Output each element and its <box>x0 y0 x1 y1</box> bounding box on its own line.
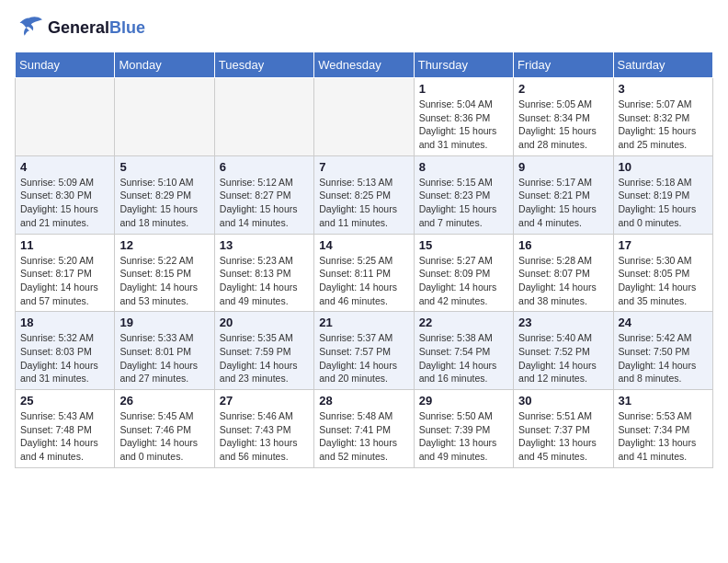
calendar-cell: 1Sunrise: 5:04 AM Sunset: 8:36 PM Daylig… <box>414 78 513 156</box>
day-info: Sunrise: 5:53 AM Sunset: 7:34 PM Dayligh… <box>619 409 708 464</box>
calendar-cell: 2Sunrise: 5:05 AM Sunset: 8:34 PM Daylig… <box>514 78 613 156</box>
day-number: 6 <box>220 160 309 174</box>
calendar-week-row: 4Sunrise: 5:09 AM Sunset: 8:30 PM Daylig… <box>16 155 713 234</box>
calendar-cell: 21Sunrise: 5:37 AM Sunset: 7:57 PM Dayli… <box>314 312 414 390</box>
day-number: 26 <box>119 394 209 408</box>
day-number: 1 <box>419 82 508 96</box>
calendar-cell: 9Sunrise: 5:17 AM Sunset: 8:21 PM Daylig… <box>514 155 613 234</box>
calendar-cell: 23Sunrise: 5:40 AM Sunset: 7:52 PM Dayli… <box>514 312 613 390</box>
calendar-cell: 14Sunrise: 5:25 AM Sunset: 8:11 PM Dayli… <box>314 234 414 312</box>
day-info: Sunrise: 5:50 AM Sunset: 7:39 PM Dayligh… <box>419 409 508 464</box>
day-info: Sunrise: 5:42 AM Sunset: 7:50 PM Dayligh… <box>619 331 708 385</box>
day-info: Sunrise: 5:10 AM Sunset: 8:29 PM Dayligh… <box>119 176 209 230</box>
calendar-cell <box>214 78 313 156</box>
day-info: Sunrise: 5:15 AM Sunset: 8:23 PM Dayligh… <box>419 176 508 230</box>
day-number: 24 <box>619 316 708 329</box>
day-info: Sunrise: 5:09 AM Sunset: 8:30 PM Dayligh… <box>20 176 109 230</box>
day-number: 23 <box>518 316 608 329</box>
day-number: 22 <box>419 316 508 329</box>
day-info: Sunrise: 5:35 AM Sunset: 7:59 PM Dayligh… <box>220 331 309 385</box>
day-number: 29 <box>419 394 508 408</box>
day-number: 7 <box>319 160 408 174</box>
calendar-cell: 27Sunrise: 5:46 AM Sunset: 7:43 PM Dayli… <box>214 390 313 468</box>
day-number: 5 <box>119 160 209 174</box>
calendar-cell: 17Sunrise: 5:30 AM Sunset: 8:05 PM Dayli… <box>613 234 712 312</box>
day-info: Sunrise: 5:40 AM Sunset: 7:52 PM Dayligh… <box>518 331 608 385</box>
day-info: Sunrise: 5:22 AM Sunset: 8:15 PM Dayligh… <box>119 254 209 308</box>
day-info: Sunrise: 5:23 AM Sunset: 8:13 PM Dayligh… <box>220 254 309 308</box>
day-info: Sunrise: 5:04 AM Sunset: 8:36 PM Dayligh… <box>419 98 508 152</box>
weekday-header-thursday: Thursday <box>414 52 513 78</box>
weekday-header-tuesday: Tuesday <box>214 52 313 78</box>
day-info: Sunrise: 5:45 AM Sunset: 7:46 PM Dayligh… <box>119 409 209 464</box>
day-info: Sunrise: 5:30 AM Sunset: 8:05 PM Dayligh… <box>619 254 708 308</box>
logo: GeneralBlue <box>15 15 145 40</box>
day-number: 18 <box>20 316 109 329</box>
calendar-cell: 26Sunrise: 5:45 AM Sunset: 7:46 PM Dayli… <box>115 390 214 468</box>
day-info: Sunrise: 5:37 AM Sunset: 7:57 PM Dayligh… <box>319 331 408 385</box>
day-info: Sunrise: 5:51 AM Sunset: 7:37 PM Dayligh… <box>518 409 608 464</box>
day-info: Sunrise: 5:48 AM Sunset: 7:41 PM Dayligh… <box>319 409 408 464</box>
day-info: Sunrise: 5:33 AM Sunset: 8:01 PM Dayligh… <box>119 331 209 385</box>
calendar-cell: 15Sunrise: 5:27 AM Sunset: 8:09 PM Dayli… <box>414 234 513 312</box>
calendar-cell: 28Sunrise: 5:48 AM Sunset: 7:41 PM Dayli… <box>314 390 414 468</box>
day-info: Sunrise: 5:46 AM Sunset: 7:43 PM Dayligh… <box>220 409 309 464</box>
day-number: 27 <box>220 394 309 408</box>
calendar-cell: 25Sunrise: 5:43 AM Sunset: 7:48 PM Dayli… <box>16 390 115 468</box>
calendar-cell: 13Sunrise: 5:23 AM Sunset: 8:13 PM Dayli… <box>214 234 313 312</box>
day-number: 11 <box>20 238 109 252</box>
day-number: 9 <box>518 160 608 174</box>
logo-icon <box>15 15 44 40</box>
calendar-cell: 16Sunrise: 5:28 AM Sunset: 8:07 PM Dayli… <box>514 234 613 312</box>
day-info: Sunrise: 5:12 AM Sunset: 8:27 PM Dayligh… <box>220 176 309 230</box>
day-info: Sunrise: 5:05 AM Sunset: 8:34 PM Dayligh… <box>518 98 608 152</box>
day-info: Sunrise: 5:38 AM Sunset: 7:54 PM Dayligh… <box>419 331 508 385</box>
calendar-cell: 20Sunrise: 5:35 AM Sunset: 7:59 PM Dayli… <box>214 312 313 390</box>
day-info: Sunrise: 5:27 AM Sunset: 8:09 PM Dayligh… <box>419 254 508 308</box>
calendar-week-row: 18Sunrise: 5:32 AM Sunset: 8:03 PM Dayli… <box>16 312 713 390</box>
day-number: 28 <box>319 394 408 408</box>
day-number: 21 <box>319 316 408 329</box>
calendar-cell: 30Sunrise: 5:51 AM Sunset: 7:37 PM Dayli… <box>514 390 613 468</box>
day-number: 14 <box>319 238 408 252</box>
calendar-cell: 6Sunrise: 5:12 AM Sunset: 8:27 PM Daylig… <box>214 155 313 234</box>
day-number: 20 <box>220 316 309 329</box>
calendar-cell <box>16 78 115 156</box>
day-number: 15 <box>419 238 508 252</box>
calendar-cell: 19Sunrise: 5:33 AM Sunset: 8:01 PM Dayli… <box>115 312 214 390</box>
calendar-cell: 5Sunrise: 5:10 AM Sunset: 8:29 PM Daylig… <box>115 155 214 234</box>
day-number: 30 <box>518 394 608 408</box>
calendar-cell: 29Sunrise: 5:50 AM Sunset: 7:39 PM Dayli… <box>414 390 513 468</box>
calendar-cell: 11Sunrise: 5:20 AM Sunset: 8:17 PM Dayli… <box>16 234 115 312</box>
calendar-cell: 8Sunrise: 5:15 AM Sunset: 8:23 PM Daylig… <box>414 155 513 234</box>
calendar-cell: 10Sunrise: 5:18 AM Sunset: 8:19 PM Dayli… <box>613 155 712 234</box>
day-info: Sunrise: 5:28 AM Sunset: 8:07 PM Dayligh… <box>518 254 608 308</box>
calendar-cell: 22Sunrise: 5:38 AM Sunset: 7:54 PM Dayli… <box>414 312 513 390</box>
calendar-table: SundayMondayTuesdayWednesdayThursdayFrid… <box>15 52 713 468</box>
calendar-week-row: 25Sunrise: 5:43 AM Sunset: 7:48 PM Dayli… <box>16 390 713 468</box>
day-info: Sunrise: 5:32 AM Sunset: 8:03 PM Dayligh… <box>20 331 109 385</box>
calendar-week-row: 11Sunrise: 5:20 AM Sunset: 8:17 PM Dayli… <box>16 234 713 312</box>
day-number: 4 <box>20 160 109 174</box>
day-number: 13 <box>220 238 309 252</box>
calendar-cell: 31Sunrise: 5:53 AM Sunset: 7:34 PM Dayli… <box>613 390 712 468</box>
day-info: Sunrise: 5:17 AM Sunset: 8:21 PM Dayligh… <box>518 176 608 230</box>
weekday-header-wednesday: Wednesday <box>314 52 414 78</box>
weekday-header-friday: Friday <box>514 52 613 78</box>
day-number: 25 <box>20 394 109 408</box>
calendar-week-row: 1Sunrise: 5:04 AM Sunset: 8:36 PM Daylig… <box>16 78 713 156</box>
logo-text: GeneralBlue <box>48 18 145 38</box>
calendar-cell <box>115 78 214 156</box>
day-number: 8 <box>419 160 508 174</box>
day-number: 19 <box>119 316 209 329</box>
calendar-cell: 3Sunrise: 5:07 AM Sunset: 8:32 PM Daylig… <box>613 78 712 156</box>
calendar-cell <box>314 78 414 156</box>
day-number: 10 <box>619 160 708 174</box>
weekday-header-monday: Monday <box>115 52 214 78</box>
day-info: Sunrise: 5:20 AM Sunset: 8:17 PM Dayligh… <box>20 254 109 308</box>
day-number: 17 <box>619 238 708 252</box>
weekday-header-sunday: Sunday <box>16 52 115 78</box>
calendar-cell: 12Sunrise: 5:22 AM Sunset: 8:15 PM Dayli… <box>115 234 214 312</box>
calendar-cell: 24Sunrise: 5:42 AM Sunset: 7:50 PM Dayli… <box>613 312 712 390</box>
calendar-header-row: SundayMondayTuesdayWednesdayThursdayFrid… <box>16 52 713 78</box>
